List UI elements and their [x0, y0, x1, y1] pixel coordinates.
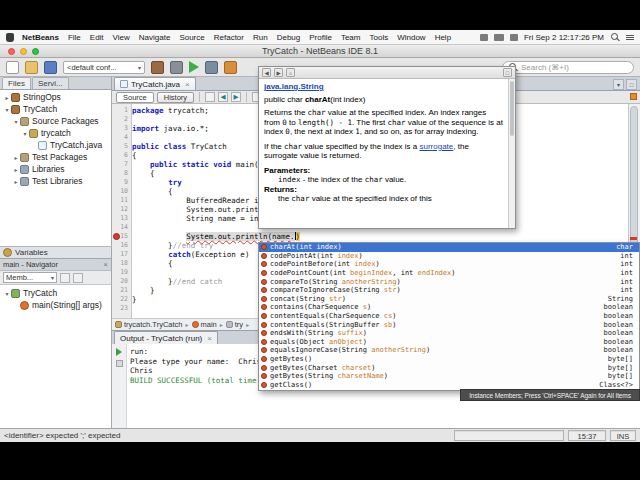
tree-toggle-icon[interactable]: ▸	[12, 178, 20, 185]
last-edit-icon[interactable]	[205, 92, 215, 102]
configuration-combo[interactable]: <default conf... ▾	[63, 61, 145, 74]
navigator-item[interactable]: ▾TryCatch	[0, 287, 111, 299]
menu-debug[interactable]: Debug	[277, 33, 301, 42]
tree-toggle-icon[interactable]: ▸	[12, 166, 20, 173]
run-project-icon[interactable]	[189, 61, 199, 73]
menu-window[interactable]: Window	[397, 33, 425, 42]
surrogate-link[interactable]: surrogate	[419, 142, 453, 151]
editor-gutter[interactable]: 1234567891011121314151617181920212223	[112, 104, 132, 318]
navigator-filter-combo[interactable]: Memb... ▾	[3, 272, 57, 283]
gutter-line[interactable]: 21	[112, 286, 131, 295]
completion-item[interactable]: contains(CharSequence s)boolean	[259, 303, 639, 312]
tree-toggle-icon[interactable]: ▾	[3, 290, 11, 297]
completion-item[interactable]: getBytes(Charset charset)byte[]	[259, 363, 639, 372]
open-in-browser-icon[interactable]: ⌂	[286, 68, 295, 77]
gutter-line[interactable]: 3	[112, 124, 131, 133]
gutter-line[interactable]: 20	[112, 277, 131, 286]
project-tree-item[interactable]: ▾Source Packages	[0, 115, 111, 127]
project-tree-item[interactable]: ▾trycatch	[0, 127, 111, 139]
gutter-line[interactable]: 2	[112, 115, 131, 124]
type-link[interactable]: java.lang.String	[264, 82, 324, 92]
completion-item[interactable]: contentEquals(CharSequence cs)boolean	[259, 312, 639, 321]
close-window-button[interactable]	[8, 48, 15, 55]
new-file-icon[interactable]	[6, 61, 19, 74]
forward-icon[interactable]: ▶	[231, 92, 241, 102]
output-tab[interactable]: Output - TryCatch (run) ×	[114, 331, 218, 344]
close-output-icon[interactable]: ×	[207, 334, 212, 343]
notification-center-icon[interactable]	[626, 35, 634, 40]
close-icon[interactable]: ×	[103, 260, 108, 269]
gutter-line[interactable]: 19	[112, 268, 131, 277]
doc-forward-icon[interactable]: ▶	[274, 68, 283, 77]
battery-icon[interactable]	[494, 34, 504, 41]
project-tree-item[interactable]: ▾TryCatch	[0, 103, 111, 115]
tab-services[interactable]: Servi...	[32, 77, 69, 89]
output-console[interactable]: run:Please type your name: ChrisChrisBUI…	[130, 347, 270, 385]
variables-pane-bar[interactable]: Variables	[0, 246, 112, 258]
gutter-line[interactable]: 10	[112, 187, 131, 196]
breadcrumb-item[interactable]: trycatch.TryCatch	[115, 320, 182, 329]
gutter-line[interactable]: 23	[112, 304, 131, 313]
menu-file[interactable]: File	[68, 33, 81, 42]
gutter-line[interactable]: 5	[112, 142, 131, 151]
stop-icon[interactable]	[116, 360, 123, 367]
completion-item[interactable]: codePointCount(int beginIndex, int endIn…	[259, 269, 639, 278]
tab-files[interactable]: Files	[2, 77, 31, 89]
completion-item[interactable]: compareToIgnoreCase(String str)int	[259, 286, 639, 295]
scrollbar-thumb[interactable]	[510, 81, 514, 136]
debug-project-icon[interactable]	[205, 61, 218, 74]
gutter-line[interactable]: 16	[112, 241, 131, 250]
app-menu[interactable]: NetBeans	[22, 33, 59, 42]
source-view-button[interactable]: Source	[116, 92, 154, 103]
gutter-line[interactable]: 6	[112, 151, 131, 160]
tree-toggle-icon[interactable]: ▾	[12, 118, 20, 125]
completion-item[interactable]: contentEquals(StringBuffer sb)boolean	[259, 320, 639, 329]
completion-item[interactable]: codePointBefore(int index)int	[259, 260, 639, 269]
navigator-sort-icon[interactable]	[60, 273, 70, 283]
insert-mode-indicator[interactable]: INS	[610, 430, 636, 441]
doc-back-icon[interactable]: ◀	[262, 68, 271, 77]
zoom-window-button[interactable]	[32, 48, 39, 55]
editor-tab-trycatch[interactable]: TryCatch.java ×	[114, 77, 196, 90]
tree-toggle-icon[interactable]: ▾	[3, 106, 11, 113]
window-titlebar[interactable]: TryCatch - NetBeans IDE 8.1	[0, 45, 640, 58]
navigator-filter-icon[interactable]	[73, 273, 83, 283]
open-project-icon[interactable]	[25, 61, 38, 74]
status-menu-icon[interactable]	[480, 34, 488, 41]
completion-item[interactable]: charAt(int index)char	[259, 243, 639, 252]
navigator-header[interactable]: main - Navigator ×	[0, 258, 112, 271]
breadcrumb-item[interactable]: try	[226, 320, 243, 329]
completion-item[interactable]: codePointAt(int index)int	[259, 252, 639, 261]
wifi-icon[interactable]	[510, 34, 518, 41]
completion-item[interactable]: getBytes(String charsetName)byte[]	[259, 372, 639, 381]
error-stripe-status-icon[interactable]	[630, 93, 637, 100]
save-all-icon[interactable]	[44, 61, 57, 74]
menubar-clock[interactable]: Fri Sep 2 12:17:26 PM	[524, 33, 604, 42]
project-tree-item[interactable]: ▸Test Libraries	[0, 175, 111, 187]
scroll-tabs-icon[interactable]: ▾	[613, 79, 624, 90]
menu-profile[interactable]: Profile	[309, 33, 332, 42]
close-tab-icon[interactable]: ×	[185, 80, 190, 89]
tree-toggle-icon[interactable]: ▸	[12, 154, 20, 161]
history-view-button[interactable]: History	[157, 92, 194, 103]
gutter-line[interactable]: 4	[112, 133, 131, 142]
profile-project-icon[interactable]	[224, 61, 237, 74]
rerun-icon[interactable]	[116, 348, 122, 356]
javadoc-scrollbar[interactable]	[508, 79, 515, 228]
gutter-line[interactable]: 8	[112, 169, 131, 178]
menu-view[interactable]: View	[113, 33, 130, 42]
gutter-line[interactable]: 1	[112, 106, 131, 115]
gutter-line[interactable]: 13	[112, 214, 131, 223]
apple-menu-icon[interactable]	[6, 33, 14, 42]
project-tree-item[interactable]: ▸Libraries	[0, 163, 111, 175]
menu-run[interactable]: Run	[253, 33, 268, 42]
build-project-icon[interactable]	[151, 61, 164, 74]
completion-item[interactable]: equals(Object anObject)boolean	[259, 338, 639, 347]
clean-build-icon[interactable]	[170, 61, 183, 74]
completion-item[interactable]: getBytes()byte[]	[259, 355, 639, 364]
gutter-line[interactable]: 9	[112, 178, 131, 187]
menu-navigate[interactable]: Navigate	[139, 33, 171, 42]
completion-item[interactable]: getClass()Class<?>	[259, 381, 639, 390]
menu-help[interactable]: Help	[435, 33, 451, 42]
maximize-editor-icon[interactable]: □	[626, 79, 637, 90]
